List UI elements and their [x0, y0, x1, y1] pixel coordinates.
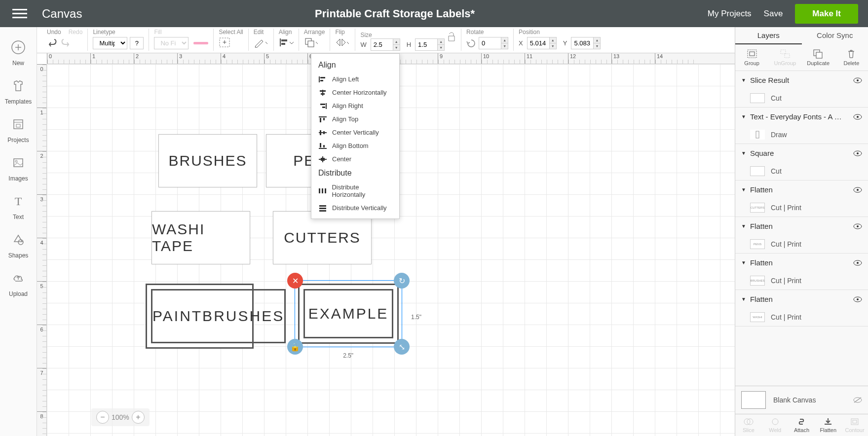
- align-bottom-item[interactable]: Align Bottom: [311, 139, 399, 152]
- linetype-help-button[interactable]: ?: [130, 37, 144, 49]
- layer-square-child[interactable]: Cut: [735, 162, 868, 180]
- images-button[interactable]: Images: [0, 150, 37, 188]
- save-link[interactable]: Save: [764, 9, 783, 19]
- rotate-handle[interactable]: ↻: [394, 273, 410, 289]
- distribute-vertical-item[interactable]: Distribute Vertically: [311, 201, 399, 215]
- svg-rect-74: [853, 420, 857, 423]
- undo-icon[interactable]: [47, 37, 58, 47]
- svg-rect-30: [323, 118, 325, 120]
- delete-button[interactable]: Delete: [835, 47, 868, 68]
- arrange-icon[interactable]: [304, 37, 319, 48]
- edit-icon[interactable]: [254, 37, 268, 48]
- layer-flatten-1-child[interactable]: CUTTERSCut | Print: [735, 199, 868, 217]
- svg-rect-47: [750, 52, 755, 56]
- eye-icon[interactable]: [853, 114, 862, 120]
- my-projects-link[interactable]: My Projects: [708, 9, 752, 19]
- redo-icon[interactable]: [60, 37, 71, 47]
- eye-off-icon[interactable]: [853, 397, 862, 403]
- center-vertical-item[interactable]: Center Vertically: [311, 126, 399, 139]
- weld-button[interactable]: Weld: [762, 414, 789, 436]
- layer-flatten-4[interactable]: ▼Flatten: [735, 290, 868, 308]
- contour-button[interactable]: Contour: [841, 414, 868, 436]
- projects-button[interactable]: Projects: [0, 111, 37, 150]
- eye-icon[interactable]: [853, 187, 862, 193]
- svg-text:T: T: [15, 195, 22, 208]
- label-paintbrushes[interactable]: PAINTBRUSHES: [146, 284, 254, 349]
- layer-flatten-3[interactable]: ▼Flatten: [735, 254, 868, 272]
- eye-icon[interactable]: [853, 223, 862, 229]
- templates-button[interactable]: Templates: [0, 73, 37, 111]
- text-icon: T: [11, 194, 25, 208]
- layer-flatten-4-child[interactable]: WASHICut | Print: [735, 308, 868, 326]
- zoom-in-button[interactable]: +: [132, 411, 145, 424]
- line-color-swatch[interactable]: [193, 42, 208, 44]
- svg-rect-36: [323, 145, 325, 147]
- upload-button[interactable]: Upload: [0, 265, 37, 304]
- align-icon[interactable]: [279, 37, 294, 48]
- layer-square[interactable]: ▼Square: [735, 144, 868, 162]
- selection-box[interactable]: EXAMPLE ✕ ↻ 🔒 ⤡ 1.5" 2.5": [295, 280, 402, 347]
- app-title: Canvas: [42, 7, 82, 21]
- svg-rect-73: [851, 419, 858, 425]
- flatten-button[interactable]: Flatten: [815, 414, 841, 436]
- layer-flatten-2[interactable]: ▼Flatten: [735, 217, 868, 235]
- svg-rect-45: [319, 210, 326, 212]
- svg-rect-23: [320, 90, 326, 92]
- center-item[interactable]: Center: [311, 152, 399, 166]
- new-button[interactable]: New: [0, 35, 37, 73]
- toolbar: Undo Redo Linetype Multiple ? Fill No Fi: [37, 27, 735, 53]
- flip-icon[interactable]: [335, 37, 350, 48]
- layer-flatten-3-child[interactable]: BRUSHESCut | Print: [735, 272, 868, 290]
- distribute-horizontal-item[interactable]: Distribute Horizontally: [311, 181, 399, 201]
- eye-icon[interactable]: [853, 150, 862, 156]
- label-brushes[interactable]: BRUSHES: [158, 134, 257, 187]
- projects-icon: [11, 117, 25, 131]
- svg-point-66: [857, 298, 859, 300]
- label-washi[interactable]: WASHI TAPE: [151, 211, 250, 264]
- resize-handle[interactable]: ⤡: [394, 339, 410, 355]
- ungroup-button[interactable]: UnGroup: [768, 47, 801, 68]
- align-left-item[interactable]: Align Left: [311, 73, 399, 86]
- duplicate-button[interactable]: Duplicate: [802, 47, 835, 68]
- center-horizontal-item[interactable]: Center Horizontally: [311, 86, 399, 99]
- linetype-select[interactable]: Multiple: [93, 37, 127, 49]
- layer-slice-result[interactable]: ▼Slice Result: [735, 71, 868, 89]
- layer-flatten-2-child[interactable]: PENSCut | Print: [735, 235, 868, 253]
- svg-rect-41: [322, 188, 323, 193]
- menu-icon[interactable]: [10, 4, 30, 23]
- slice-button[interactable]: Slice: [735, 414, 762, 436]
- lock-handle[interactable]: 🔒: [287, 339, 303, 355]
- svg-rect-35: [320, 143, 321, 147]
- group-button[interactable]: Group: [735, 47, 768, 68]
- label-cutters[interactable]: CUTTERS: [273, 211, 372, 264]
- shapes-icon: [11, 233, 25, 247]
- fill-select[interactable]: No Fill: [154, 37, 189, 49]
- svg-rect-21: [320, 80, 323, 81]
- layer-text[interactable]: ▼Text - Everyday Fonts - A …: [735, 108, 868, 126]
- shirt-icon: [11, 79, 25, 93]
- tab-colorsync[interactable]: Color Sync: [802, 27, 868, 44]
- document-title[interactable]: Printable Craft Storage Labels*: [82, 7, 707, 20]
- align-top-item[interactable]: Align Top: [311, 112, 399, 126]
- text-button[interactable]: T Text: [0, 188, 37, 227]
- layer-flatten-1[interactable]: ▼Flatten: [735, 181, 868, 199]
- eye-icon[interactable]: [853, 296, 862, 302]
- tab-layers[interactable]: Layers: [735, 27, 802, 44]
- zoom-out-button[interactable]: −: [96, 411, 109, 424]
- svg-rect-42: [325, 188, 326, 193]
- attach-button[interactable]: Attach: [789, 414, 815, 436]
- delete-handle[interactable]: ✕: [287, 273, 303, 289]
- align-right-item[interactable]: Align Right: [311, 99, 399, 112]
- svg-rect-5: [16, 124, 20, 127]
- layer-text-child[interactable]: Draw: [735, 126, 868, 144]
- blank-canvas-row[interactable]: Blank Canvas: [735, 386, 868, 414]
- eye-icon[interactable]: [853, 77, 862, 83]
- select-all-icon[interactable]: +: [219, 37, 230, 48]
- svg-rect-32: [320, 130, 321, 135]
- make-it-button[interactable]: Make It: [795, 4, 858, 24]
- eye-icon[interactable]: [853, 260, 862, 266]
- lock-aspect-icon[interactable]: [447, 30, 456, 50]
- layer-slice-child[interactable]: Cut: [735, 89, 868, 107]
- shapes-button[interactable]: Shapes: [0, 227, 37, 265]
- canvas-area[interactable]: 01234567891011121314 012345678 BRUSHES P…: [37, 53, 735, 436]
